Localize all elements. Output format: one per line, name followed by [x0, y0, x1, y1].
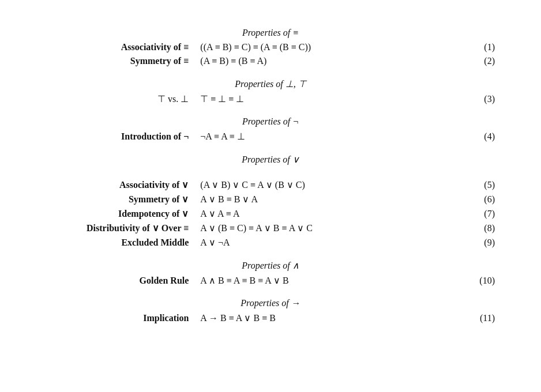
formula-symmetry-equiv: (A ≡ B) ≡ (B ≡ A)	[196, 54, 454, 68]
formula-excluded-middle: A ∨ ¬A	[196, 235, 454, 250]
formula-golden-rule: A ∧ B ≡ A ≡ B ≡ A ∨ B	[196, 273, 454, 288]
row-distributivity-or: Distributivity of ∨ Over ≡ A ∨ (B ≡ C) ≡…	[46, 221, 495, 235]
label-top-vs-bot: ⊤ vs. ⊥	[46, 92, 196, 106]
number-11: (11)	[454, 311, 495, 325]
label-implication: Implication	[46, 311, 196, 325]
formula-symmetry-or: A ∨ B ≡ B ∨ A	[196, 192, 454, 206]
row-intro-neg: Introduction of ¬ ¬A ≡ A ≡ ⊥ (4)	[46, 129, 495, 144]
header-implies: Properties of →	[46, 293, 495, 311]
row-associativity-equiv: Associativity of ≡ ((A ≡ B) ≡ C) ≡ (A ≡ …	[46, 40, 495, 54]
formula-idempotency-or: A ∨ A ≡ A	[196, 206, 454, 221]
number-7: (7)	[454, 206, 495, 221]
number-8: (8)	[454, 221, 495, 235]
section-header-or: Properties of ∨	[46, 149, 495, 167]
formula-associativity-equiv: ((A ≡ B) ≡ C) ≡ (A ≡ (B ≡ C))	[196, 40, 454, 54]
number-5: (5)	[454, 178, 495, 192]
section-header-and: Properties of ∧	[46, 255, 495, 273]
spacer-5	[46, 250, 495, 255]
section-header-equiv: Properties of ≡	[46, 23, 495, 40]
row-excluded-middle: Excluded Middle A ∨ ¬A (9)	[46, 235, 495, 250]
formula-associativity-or: (A ∨ B) ∨ C ≡ A ∨ (B ∨ C)	[196, 178, 454, 192]
header-and: Properties of ∧	[46, 255, 495, 273]
formula-implication: A → B ≡ A ∨ B ≡ B	[196, 311, 454, 325]
header-neg: Properties of ¬	[46, 112, 495, 129]
spacer-2	[46, 106, 495, 112]
number-6: (6)	[454, 192, 495, 206]
label-excluded-middle: Excluded Middle	[46, 235, 196, 250]
row-symmetry-or: Symmetry of ∨ A ∨ B ≡ B ∨ A (6)	[46, 192, 495, 206]
number-3: (3)	[454, 92, 495, 106]
label-associativity-or: Associativity of ∨	[46, 178, 196, 192]
formula-distributivity-or: A ∨ (B ≡ C) ≡ A ∨ B ≡ A ∨ C	[196, 221, 454, 235]
main-table: Properties of ≡ Associativity of ≡ ((A ≡…	[46, 23, 495, 325]
spacer-3	[46, 144, 495, 149]
label-intro-neg: Introduction of ¬	[46, 129, 196, 144]
spacer-4	[46, 167, 495, 178]
row-symmetry-equiv: Symmetry of ≡ (A ≡ B) ≡ (B ≡ A) (2)	[46, 54, 495, 68]
header-equiv: Properties of ≡	[46, 23, 495, 40]
label-symmetry-or: Symmetry of ∨	[46, 192, 196, 206]
label-idempotency-or: Idempotency of ∨	[46, 206, 196, 221]
label-symmetry-equiv: Symmetry of ≡	[46, 54, 196, 68]
row-implication: Implication A → B ≡ A ∨ B ≡ B (11)	[46, 311, 495, 325]
formula-intro-neg: ¬A ≡ A ≡ ⊥	[196, 129, 454, 144]
row-golden-rule: Golden Rule A ∧ B ≡ A ≡ B ≡ A ∨ B (10)	[46, 273, 495, 288]
number-10: (10)	[454, 273, 495, 288]
section-header-bot-top: Properties of ⊥, ⊤	[46, 74, 495, 92]
section-header-neg: Properties of ¬	[46, 112, 495, 129]
label-associativity-equiv: Associativity of ≡	[46, 40, 196, 54]
number-4: (4)	[454, 129, 495, 144]
label-golden-rule: Golden Rule	[46, 273, 196, 288]
number-2: (2)	[454, 54, 495, 68]
header-bot-top: Properties of ⊥, ⊤	[46, 74, 495, 92]
formula-top-vs-bot: ⊤ ≡ ⊥ ≡ ⊥	[196, 92, 454, 106]
number-1: (1)	[454, 40, 495, 54]
row-associativity-or: Associativity of ∨ (A ∨ B) ∨ C ≡ A ∨ (B …	[46, 178, 495, 192]
spacer-1	[46, 68, 495, 74]
spacer-6	[46, 288, 495, 293]
label-distributivity-or: Distributivity of ∨ Over ≡	[46, 221, 196, 235]
page: Properties of ≡ Associativity of ≡ ((A ≡…	[12, 12, 529, 392]
row-idempotency-or: Idempotency of ∨ A ∨ A ≡ A (7)	[46, 206, 495, 221]
row-top-vs-bot: ⊤ vs. ⊥ ⊤ ≡ ⊥ ≡ ⊥ (3)	[46, 92, 495, 106]
number-9: (9)	[454, 235, 495, 250]
header-or: Properties of ∨	[46, 149, 495, 167]
section-header-implies: Properties of →	[46, 293, 495, 311]
